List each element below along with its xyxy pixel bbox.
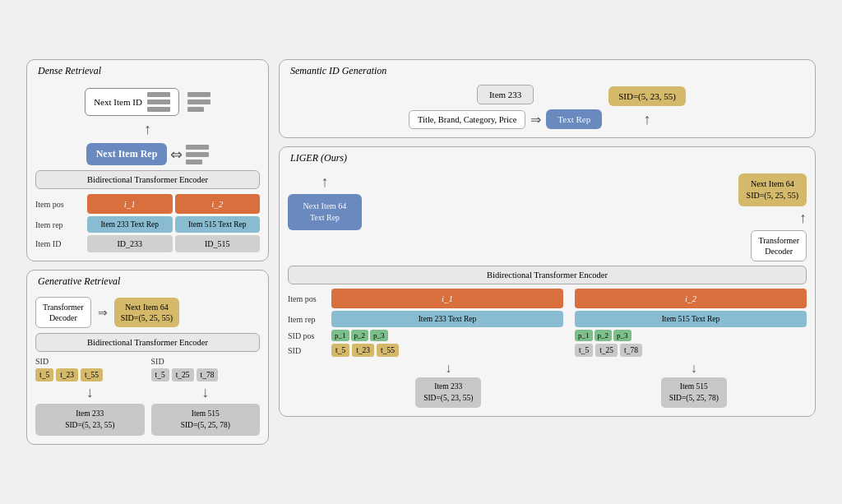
liger-t25: t_25	[595, 344, 618, 357]
sem-arrow-right-icon: ⇒	[530, 112, 541, 127]
liger-t5-2: t_5	[575, 344, 593, 357]
liger-col2-bottom: ↓ Item 515SID=(5, 25, 78)	[581, 361, 807, 408]
sem-attributes-box: Title, Brand, Category, Price	[409, 110, 525, 129]
dense-table: Item pos i_1 i_2 Item rep Item 233 Text …	[35, 194, 260, 252]
liger-pos-2: i_2	[575, 289, 807, 308]
retrieval-lines	[186, 145, 209, 164]
liger-label-rep: Item rep	[288, 315, 329, 324]
sem-text-rep-box: Text Rep	[546, 109, 602, 129]
liger-table: Item pos i_1 i_2 Item rep Item 233 Text …	[288, 289, 807, 357]
sem-inner: Item 233 Title, Brand, Category, Price ⇒…	[288, 85, 807, 129]
gen-sid-label-2: SID	[151, 357, 261, 366]
dense-pos-2: i_2	[175, 194, 261, 214]
dense-retrieval-panel: Dense Retrieval Next Item ID	[26, 59, 269, 261]
dense-encoder-box: Bidirectional Transformer Encoder	[35, 170, 260, 189]
arrow-up-icon: ↑	[144, 121, 151, 138]
liger-arrow-up-right-icon: ↑	[799, 210, 807, 227]
label-item-pos: Item pos	[35, 200, 85, 209]
next-item-id-box: Next Item ID	[85, 88, 179, 116]
next-item-rep-box: Next Item Rep	[86, 143, 168, 165]
gen-encoder-box: Bidirectional Transformer Encoder	[35, 333, 260, 352]
generative-retrieval-title: Generative Retrieval	[35, 275, 123, 288]
label-item-rep: Item rep	[35, 220, 85, 229]
liger-p2-2: p_2	[594, 330, 613, 341]
liger-pos-1: i_1	[331, 289, 563, 308]
liger-item-515-label: Item 515SID=(5, 25, 78)	[669, 382, 719, 401]
dense-encoder-label: Bidirectional Transformer Encoder	[87, 175, 208, 184]
liger-p1-1: p_1	[331, 330, 349, 341]
arrow-left-right-icon: ⇔	[170, 146, 183, 164]
dense-id-1: ID_233	[87, 235, 173, 252]
sem-item-233-box: Item 233	[477, 85, 534, 104]
liger-decoder-box: TransformerDecoder	[751, 230, 807, 261]
liger-right-section: Next Item 64SID=(5, 25, 55) ↑ Transforme…	[738, 173, 807, 261]
liger-top-section: ↑ Next Item 64Text Rep Next Item 64SID=(…	[288, 173, 807, 261]
liger-p1-2: p_1	[575, 330, 593, 341]
liger-encoder-label: Bidirectional Transformer Encoder	[487, 270, 608, 280]
semantic-id-title: Semantic ID Generation	[288, 65, 389, 77]
gen-inner: TransformerDecoder ⇒ Next Item 64SID=(5,…	[35, 297, 260, 436]
liger-title: LIGER (Ours)	[288, 152, 349, 164]
liger-item-515-box: Item 515SID=(5, 25, 78)	[661, 377, 727, 408]
liger-arrow-up-icon: ↑	[322, 173, 329, 191]
liger-item-233-label: Item 233SID=(5, 23, 55)	[423, 382, 473, 401]
liger-p3-1: p_3	[370, 330, 388, 341]
arrow-down-1: ↓	[35, 384, 145, 401]
gen-sid-t23: t_23	[56, 368, 78, 381]
liger-t55: t_55	[377, 344, 399, 357]
liger-inner: ↑ Next Item 64Text Rep Next Item 64SID=(…	[288, 173, 807, 408]
liger-next-item-rep-label: Next Item 64Text Rep	[303, 201, 347, 222]
gen-sid-t55: t_55	[81, 368, 103, 381]
liger-item-233-box: Item 233SID=(5, 23, 55)	[415, 377, 481, 408]
liger-p2-1: p_2	[351, 330, 369, 341]
gen-sid-t5-1: t_5	[35, 368, 53, 381]
gen-item-233-label: Item 233SID=(5, 23, 55)	[65, 409, 114, 428]
gen-encoder-label: Bidirectional Transformer Encoder	[87, 338, 208, 347]
liger-t23: t_23	[352, 344, 374, 357]
liger-arrow-down-2: ↓	[691, 361, 697, 376]
sem-sid-result-box: SID=(5, 23, 55)	[608, 86, 686, 106]
liger-sid-pos-tokens-2: p_1 p_2 p_3	[575, 330, 807, 341]
gen-top-row: TransformerDecoder ⇒ Next Item 64SID=(5,…	[35, 297, 260, 328]
gen-decoder-label: TransformerDecoder	[43, 303, 84, 322]
liger-t78: t_78	[620, 344, 642, 357]
dense-id-2: ID_515	[175, 235, 261, 252]
liger-col1-bottom: ↓ Item 233SID=(5, 23, 55)	[335, 361, 562, 408]
next-item-rep-row: Next Item Rep ⇔	[35, 143, 260, 165]
dense-retrieval-title: Dense Retrieval	[35, 65, 104, 77]
label-item-id: Item ID	[35, 239, 85, 248]
dense-pos-1: i_1	[87, 194, 173, 214]
liger-t5-1: t_5	[331, 344, 349, 357]
sem-top-row: Item 233 Title, Brand, Category, Price ⇒…	[288, 85, 807, 129]
next-item-id-label: Next Item ID	[94, 97, 142, 107]
liger-label-sid: SID	[288, 346, 329, 355]
gen-sid-t5-2: t_5	[151, 368, 169, 381]
sem-arrow-up-icon: ↑	[644, 111, 651, 128]
gen-sid-tokens-2: t_5 t_25 t_78	[151, 368, 261, 381]
gen-item-515-box: Item 515SID=(5, 25, 78)	[151, 404, 261, 436]
gen-decoder-box: TransformerDecoder	[35, 297, 91, 328]
liger-label-pos: Item pos	[288, 294, 329, 303]
liger-label-sid-pos: SID pos	[288, 331, 329, 340]
liger-left-section: ↑ Next Item 64Text Rep	[288, 173, 362, 230]
arrow-double-right-icon: ⇒	[98, 306, 108, 320]
liger-arrow-down-1: ↓	[445, 361, 451, 376]
liger-sid-tokens-1: t_5 t_23 t_55	[331, 344, 563, 357]
dense-rep-1: Item 233 Text Rep	[87, 216, 173, 233]
liger-sid-tokens-2: t_5 t_25 t_78	[575, 344, 807, 357]
gen-col2: SID t_5 t_25 t_78 ↓ Item 515SID=(5, 25, …	[151, 357, 261, 436]
liger-encoder-box: Bidirectional Transformer Encoder	[288, 266, 807, 284]
main-container: Dense Retrieval Next Item ID	[18, 51, 824, 453]
extra-stack-lines	[187, 92, 210, 112]
left-column: Dense Retrieval Next Item ID	[26, 59, 269, 445]
gen-next-item-box: Next Item 64SID=(5, 25, 55)	[114, 298, 179, 327]
dense-inner: Next Item ID ↑	[35, 85, 260, 252]
liger-rep-2: Item 515 Text Rep	[575, 311, 807, 327]
sem-attributes-row: Title, Brand, Category, Price ⇒ Text Rep	[409, 109, 602, 129]
liger-next-item-sid-box: Next Item 64SID=(5, 25, 55)	[738, 173, 807, 206]
gen-next-item-label: Next Item 64SID=(5, 25, 55)	[121, 303, 173, 322]
dense-rep-2: Item 515 Text Rep	[175, 216, 261, 233]
gen-content-row: SID t_5 t_23 t_55 ↓ Item 233SID=(5, 23, …	[35, 357, 260, 436]
liger-next-item-rep-box: Next Item 64Text Rep	[288, 194, 362, 230]
gen-sid-t25: t_25	[172, 368, 194, 381]
